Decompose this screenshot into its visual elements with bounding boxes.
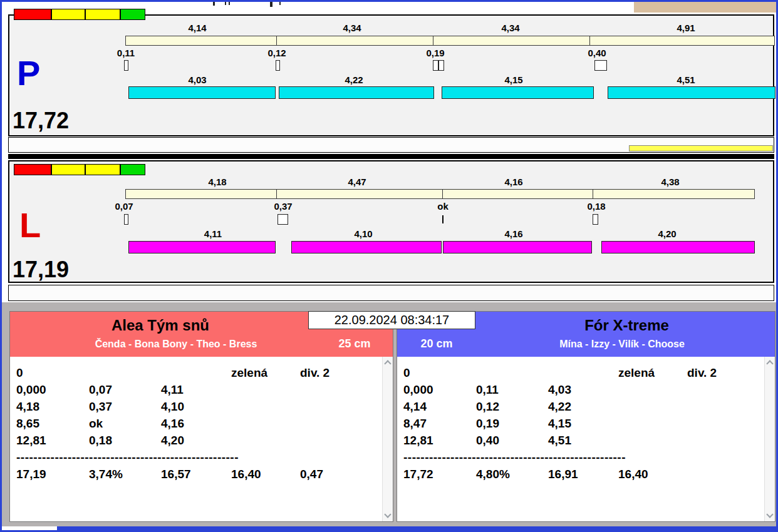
summary-row: 17,19 3,74% 16,57 16,40 0,47	[16, 466, 382, 483]
bar-divider	[442, 190, 443, 198]
run-bar-segment	[443, 241, 592, 253]
lane-p-total-time: 17,72	[13, 110, 69, 132]
bar-divider	[593, 190, 593, 198]
upper-segment-time: 4,34	[482, 23, 539, 33]
upper-segment-time: 4,18	[189, 176, 246, 187]
color-cell: zelená	[618, 364, 687, 381]
cell: 16,40	[618, 466, 687, 483]
team-name-right: Fór X-treme	[479, 317, 775, 334]
bar-divider	[589, 36, 590, 45]
results-table-right: 0 zelená div. 2 0,000 0,11 4,03 4,14 0,1…	[397, 357, 764, 521]
desktop-area	[634, 2, 778, 13]
results-table-left: 0 zelená div. 2 0,000 0,07 4,11 4,18 0,3…	[10, 357, 382, 521]
upper-segment-time: 4,38	[642, 176, 698, 187]
light-yellow-1	[51, 164, 85, 175]
hurdle-height-right: 20 cm	[408, 337, 465, 350]
hurdle-height-left: 25 cm	[326, 337, 383, 350]
marker-box	[594, 60, 607, 71]
window-edge-tick	[225, 2, 226, 5]
cell: 0,37	[89, 398, 161, 415]
mini-progress-bar	[629, 145, 773, 151]
team-panel-left: Alea Tým snů Čenda - Bona Bony - Theo - …	[9, 311, 393, 522]
window-edge-tick	[213, 2, 215, 6]
run-bar-segment	[291, 241, 442, 253]
separator-row: ----------------------------------------…	[403, 449, 764, 466]
scroll-up-icon[interactable]	[384, 360, 391, 367]
cell: 16,40	[231, 466, 300, 483]
table-header-row: 0 zelená div. 2	[403, 364, 764, 381]
lane-l-panel: L 4,18 4,47 4,16 4,38 0,07 0,37 ok 0,18 …	[8, 160, 774, 283]
cell: 8,47	[403, 415, 476, 432]
cell: 4,20	[161, 432, 231, 449]
cell: 4,14	[403, 398, 476, 415]
table-row: 0,000 0,07 4,11	[16, 381, 382, 398]
light-yellow-2	[85, 9, 120, 20]
light-yellow-1	[51, 9, 85, 20]
window-edge-tick	[270, 2, 272, 7]
scrollbar-right[interactable]	[764, 357, 775, 521]
marker-box	[276, 60, 280, 71]
marker-box	[438, 60, 444, 71]
start-lights	[14, 9, 145, 20]
scroll-down-icon[interactable]	[766, 511, 773, 518]
team-members-right: Mína - Izzy - Vilík - Choose	[469, 339, 775, 350]
table-row: 0,000 0,11 4,03	[403, 381, 764, 398]
upper-segment-time: 4,91	[658, 23, 714, 33]
lower-segment-time: 4,22	[326, 74, 382, 85]
upper-progress-bar	[125, 36, 775, 46]
cell: 16,57	[161, 466, 231, 483]
table-header-row: 0 zelená div. 2	[16, 364, 382, 381]
cell: 0,11	[476, 381, 548, 398]
lower-segment-time: 4,20	[639, 228, 695, 239]
lane-l-letter: L	[19, 208, 41, 243]
cell: 0,47	[300, 466, 382, 483]
bar-divider	[276, 190, 277, 198]
cell: 4,11	[161, 381, 231, 398]
bar-divider	[276, 36, 277, 45]
penalty-cell: 0	[16, 364, 89, 381]
scroll-up-icon[interactable]	[766, 360, 773, 367]
team-name-left: Alea Tým snů	[10, 317, 311, 334]
run-bar-segment	[601, 241, 755, 253]
marker-tick	[442, 215, 443, 223]
color-cell: zelená	[231, 364, 300, 381]
cell: 4,18	[16, 398, 89, 415]
cell: 8,65	[16, 415, 89, 432]
marker-box	[277, 214, 288, 225]
cell: 0,40	[476, 432, 548, 449]
marker-box	[124, 60, 128, 71]
upper-segment-time: 4,16	[485, 176, 542, 187]
cell: 4,51	[548, 432, 618, 449]
scrollbar-left[interactable]	[382, 357, 393, 521]
bottom-bar	[57, 526, 776, 530]
cell: 4,22	[548, 398, 618, 415]
scroll-down-icon[interactable]	[384, 511, 391, 518]
cell: 17,72	[403, 466, 476, 483]
run-bar-segment	[128, 86, 276, 99]
bottom-gap	[2, 526, 57, 530]
lane-l-substrip	[8, 285, 774, 301]
cell: ok	[89, 415, 161, 432]
cell: 12,81	[403, 432, 476, 449]
window-edge-tick	[229, 2, 230, 5]
marker-box	[593, 214, 598, 225]
table-row: 8,65 ok 4,16	[16, 415, 382, 432]
cell: 0,000	[403, 381, 476, 398]
lower-segment-time: 4,51	[658, 74, 714, 85]
cell: 4,03	[548, 381, 618, 398]
upper-segment-time: 4,34	[324, 23, 380, 33]
division-cell: div. 2	[687, 364, 764, 381]
start-lights	[14, 164, 145, 175]
cell: 4,16	[161, 415, 231, 432]
marker-box	[124, 214, 128, 225]
penalty-cell: 0	[403, 364, 476, 381]
table-row: 8,47 0,19 4,15	[403, 415, 764, 432]
lower-segment-time: 4,16	[485, 228, 542, 239]
separator-row: ----------------------------------------…	[16, 449, 382, 466]
timing-app-window: P 4,14 4,34 4,34 4,91 0,11 0,12 0,19 0,4…	[0, 0, 778, 532]
split-time: 0,12	[249, 48, 305, 58]
cell: 4,15	[548, 415, 618, 432]
upper-progress-bar	[125, 189, 755, 199]
cell: 0,18	[89, 432, 161, 449]
cell: 0,07	[89, 381, 161, 398]
